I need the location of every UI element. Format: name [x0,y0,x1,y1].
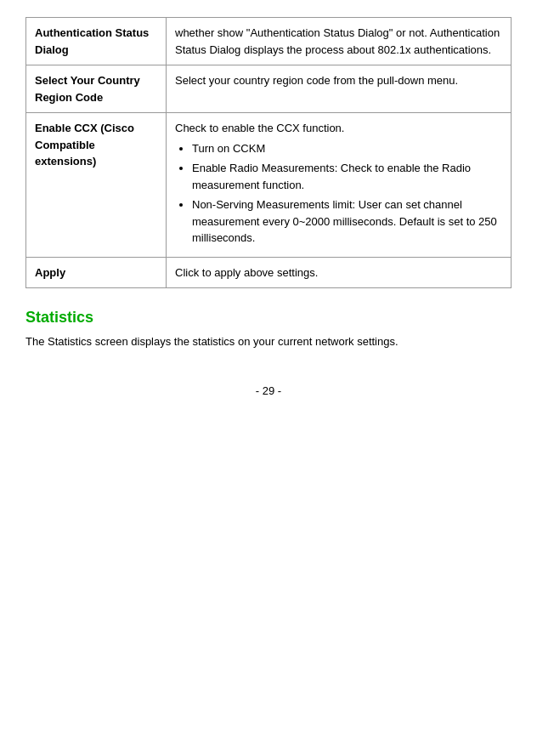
label-ccx: Enable CCX (Cisco Compatible extensions) [26,113,167,258]
ccx-bullet-1: Turn on CCKM [192,140,502,157]
statistics-section: Statistics The Statistics screen display… [25,309,512,350]
content-apply: Click to apply above settings. [167,257,512,288]
table-row-country-code: Select Your Country Region Code Select y… [26,65,512,113]
label-auth-status: Authentication Status Dialog [26,18,167,65]
settings-table: Authentication Status Dialog whether sho… [25,17,512,288]
label-country-code: Select Your Country Region Code [26,65,167,113]
ccx-bullet-3: Non-Serving Measurements limit: User can… [192,196,502,247]
content-country-code: Select your country region code from the… [167,65,512,113]
ccx-bullet-2: Enable Radio Measurements: Check to enab… [192,160,502,193]
table-row-ccx: Enable CCX (Cisco Compatible extensions)… [26,113,512,258]
ccx-bullets-list: Turn on CCKM Enable Radio Measurements: … [192,140,502,247]
table-row-auth-status: Authentication Status Dialog whether sho… [26,18,512,65]
page-number: - 29 - [25,384,512,397]
label-apply: Apply [26,257,167,288]
ccx-intro: Check to enable the CCX function. [175,122,344,134]
statistics-heading: Statistics [25,309,512,327]
content-ccx: Check to enable the CCX function. Turn o… [167,113,512,258]
content-auth-status: whether show "Authentication Status Dial… [167,18,512,65]
statistics-body: The Statistics screen displays the stati… [25,333,512,350]
table-row-apply: Apply Click to apply above settings. [26,257,512,288]
